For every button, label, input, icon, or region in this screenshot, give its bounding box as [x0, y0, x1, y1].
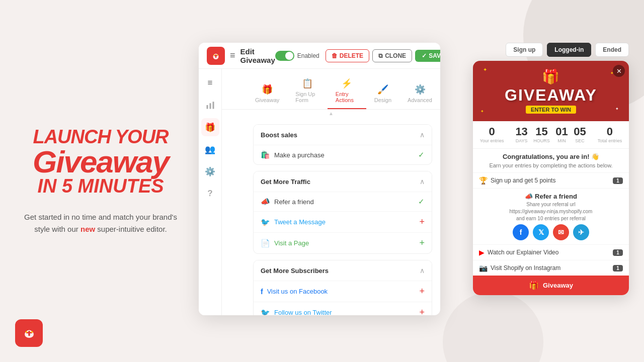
- page-icon: 📄: [261, 239, 270, 248]
- tab-design[interactable]: 🖌️ Design: [366, 80, 399, 109]
- footer-label: Giveaway: [543, 282, 573, 289]
- facebook-add-button[interactable]: +: [419, 286, 425, 297]
- list-item[interactable]: 📄 Visit a Page +: [254, 232, 432, 253]
- tab-signup[interactable]: 📋 Sign Up Form: [287, 74, 328, 109]
- clone-button[interactable]: ⧉ CLONE: [372, 49, 412, 62]
- tab-giveaway-label: Giveaway: [255, 97, 279, 103]
- share-telegram-button[interactable]: ✈: [573, 224, 589, 240]
- svg-rect-13: [212, 102, 214, 109]
- card-timer: 0 Your entries 13 DAYS 15 HOURS 01 MIN 0…: [473, 121, 629, 149]
- tab-advanced[interactable]: ⚙️ Advanced: [399, 80, 440, 109]
- days-label: DAYS: [516, 138, 528, 143]
- timer-total-entries: 0 Total entries: [598, 126, 622, 143]
- list-item[interactable]: 🐦 Tweet a Message +: [254, 211, 432, 232]
- trash-icon: 🗑: [332, 52, 338, 59]
- preview-tab-signup[interactable]: Sign up: [506, 43, 543, 57]
- check-icon: ✓: [422, 52, 427, 59]
- more-traffic-chevron: ∧: [420, 177, 425, 186]
- twitter-follow-add-button[interactable]: +: [419, 307, 425, 315]
- visit-page-add-button[interactable]: +: [419, 238, 425, 248]
- refer-check: ✓: [418, 197, 425, 206]
- svg-point-9: [214, 54, 215, 55]
- card-close-button[interactable]: ✕: [613, 65, 625, 77]
- editor-sidebar: ≡ 🎁 👥 ⚙️ ?: [199, 69, 222, 315]
- more-subscribers-header[interactable]: Get More Subscribers ∧: [254, 260, 432, 281]
- giveaway-tab-icon: 🎁: [262, 84, 273, 95]
- refer-url: https://giveaway-ninja.myshopify.com: [479, 209, 623, 214]
- refer-megaphone-icon: 📣: [525, 193, 533, 200]
- svg-rect-8: [215, 54, 216, 57]
- delete-button[interactable]: 🗑 DELETE: [326, 49, 369, 62]
- enter-to-win: ENTER TO WIN: [526, 106, 576, 114]
- preview-tab-ended[interactable]: Ended: [595, 43, 629, 57]
- hours-value: 15: [535, 126, 547, 137]
- sidebar-item-analytics[interactable]: [201, 96, 219, 114]
- days-value: 13: [515, 126, 527, 137]
- refer-earn-text: and earn 10 entries per referral: [479, 216, 623, 221]
- svg-rect-12: [209, 103, 211, 109]
- more-subscribers-chevron: ∧: [420, 266, 425, 275]
- hamburger-icon[interactable]: ≡: [230, 50, 235, 61]
- sidebar-item-menu[interactable]: ≡: [201, 74, 219, 92]
- card-action-signup[interactable]: 🏆 Sign up and get 5 points 1: [473, 172, 629, 188]
- list-item[interactable]: 📣 Refer a friend ✓: [254, 192, 432, 211]
- section-more-subscribers: Get More Subscribers ∧ f Visit us on Fac…: [253, 260, 432, 315]
- entries-label: Your entries: [480, 138, 504, 143]
- list-item[interactable]: 🐦 Follow us on Twitter +: [254, 302, 432, 315]
- video-badge: 1: [613, 249, 623, 256]
- tab-entry-actions[interactable]: ⚡ Entry Actions: [328, 74, 366, 109]
- content-area[interactable]: Boost sales ∧ 🛍️ Make a purchase ✓ Get M…: [245, 117, 440, 315]
- section-more-traffic: Get More Traffic ∧ 📣 Refer a friend ✓ 🐦 …: [253, 171, 432, 254]
- sidebar-item-settings[interactable]: ⚙️: [201, 162, 219, 180]
- banner-giveaway: GIVEAWAY: [505, 86, 597, 105]
- preview-tab-loggedin[interactable]: Logged-in: [547, 43, 591, 57]
- design-tab-icon: 🖌️: [377, 84, 388, 95]
- hero-title: LAUNCH YOUR Giveaway IN 5 MINUTES: [33, 127, 169, 197]
- editor-header: ≡ Edit Giveaway Enabled 🗑 DELETE ⧉ CLONE…: [199, 43, 440, 69]
- app-logo: [207, 47, 225, 65]
- purchase-label: Make a purchase: [274, 151, 418, 159]
- preview-panel: Sign up Logged-in Ended ✕ ✦ ✦ ✦ ✦ 🎁 GIVE…: [473, 43, 629, 295]
- card-action-instagram[interactable]: 📷 Visit Shopify on Instagram 1: [473, 260, 629, 276]
- enabled-toggle[interactable]: Enabled: [275, 51, 319, 61]
- share-email-button[interactable]: ✉: [553, 224, 569, 240]
- hero-giveaway: Giveaway: [33, 148, 169, 176]
- giveaway-card: ✕ ✦ ✦ ✦ ✦ 🎁 GIVEAWAY ENTER TO WIN 0 Your…: [473, 61, 629, 295]
- facebook-icon: f: [261, 288, 263, 296]
- svg-rect-11: [206, 105, 208, 109]
- share-facebook-button[interactable]: f: [513, 224, 529, 240]
- share-twitter-button[interactable]: 𝕏: [533, 224, 549, 240]
- tweet-add-button[interactable]: +: [419, 217, 425, 227]
- list-item[interactable]: f Visit us on Facebook +: [254, 281, 432, 302]
- timer-your-entries: 0 Your entries: [480, 126, 504, 143]
- boost-sales-chevron: ∧: [420, 131, 425, 139]
- list-item[interactable]: 🛍️ Make a purchase ✓: [254, 145, 432, 164]
- card-subtext: Earn your entries by completing the acti…: [473, 162, 629, 172]
- more-subscribers-title: Get More Subscribers: [261, 267, 329, 275]
- card-action-video[interactable]: ▶ Watch our Explainer Video 1: [473, 244, 629, 260]
- tab-giveaway[interactable]: 🎁 Giveaway: [247, 80, 287, 109]
- sidebar-item-giveaway[interactable]: 🎁: [201, 118, 219, 136]
- refer-title: 📣 Refer a friend: [479, 193, 623, 200]
- editor-body: ≡ 🎁 👥 ⚙️ ? 🎁 Giveaway 📋 Sign Up Form: [199, 69, 440, 315]
- more-traffic-header[interactable]: Get More Traffic ∧: [254, 171, 432, 192]
- entry-tab-icon: ⚡: [341, 78, 352, 89]
- sidebar-item-people[interactable]: 👥: [201, 140, 219, 158]
- card-congrats: Congratulations, you are in! 👋: [473, 149, 629, 162]
- instagram-badge: 1: [613, 265, 623, 272]
- sidebar-item-help[interactable]: ?: [201, 185, 219, 203]
- left-panel: LAUNCH YOUR Giveaway IN 5 MINUTES Get st…: [0, 0, 201, 362]
- card-banner: ✦ ✦ ✦ ✦ 🎁 GIVEAWAY ENTER TO WIN: [473, 61, 629, 121]
- hours-label: HOURS: [533, 138, 550, 143]
- video-label: Watch our Explainer Video: [488, 249, 613, 256]
- facebook-label: Visit us on Facebook: [267, 288, 420, 295]
- refer-icon: 📣: [261, 197, 270, 206]
- boost-sales-header[interactable]: Boost sales ∧: [254, 125, 432, 145]
- save-button[interactable]: ✓ SAVE: [415, 50, 440, 62]
- card-footer[interactable]: 🎁 Giveaway: [473, 276, 629, 295]
- footer-gift-icon: 🎁: [529, 281, 539, 290]
- toggle-switch[interactable]: [275, 51, 294, 61]
- scroll-indicator: ▲: [222, 110, 440, 117]
- clone-icon: ⧉: [378, 52, 383, 59]
- hero-line3: IN 5 MINUTES: [33, 176, 169, 197]
